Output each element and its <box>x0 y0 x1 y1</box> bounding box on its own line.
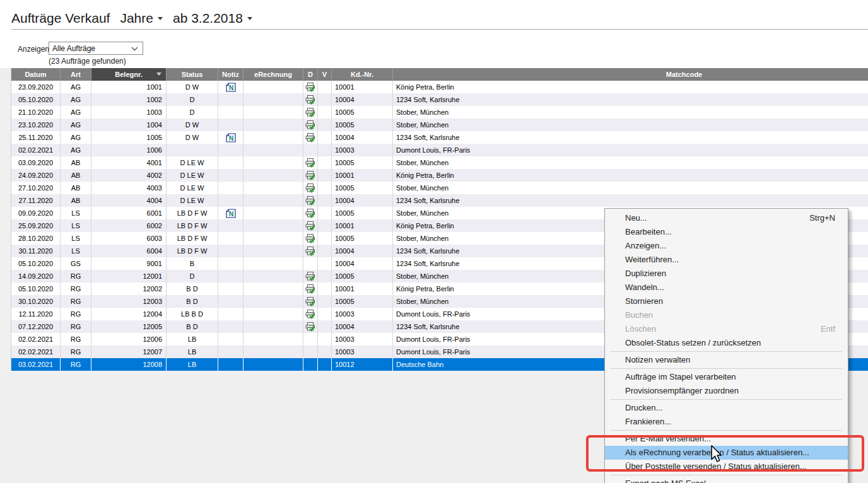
printer-check-icon <box>305 83 315 92</box>
context-menu-item[interactable]: Bearbeiten... <box>605 225 848 239</box>
printer-check-icon <box>305 183 315 193</box>
table-row[interactable]: 27.10.2020 AB 4003 D LE W 10005 Stober, … <box>0 182 868 194</box>
order-filter-select[interactable]: Alle Aufträge <box>49 42 143 55</box>
context-menu-item[interactable]: Weiterführen... <box>605 253 848 267</box>
context-menu-item[interactable]: Duplizieren <box>605 267 848 281</box>
column-header-status[interactable]: Status <box>167 68 218 81</box>
cell-erechnung <box>243 81 303 93</box>
column-header-matchcode[interactable]: Matchcode <box>393 68 868 81</box>
row-selector-gutter[interactable] <box>0 333 11 346</box>
context-menu-item[interactable]: Notizen verwalten <box>605 353 848 367</box>
column-header-kdnr[interactable]: Kd.-Nr. <box>332 68 393 81</box>
cell-art: AB <box>61 156 91 169</box>
cell-notiz: N <box>218 207 243 219</box>
row-selector-gutter[interactable] <box>0 320 11 333</box>
row-selector-gutter[interactable] <box>0 295 11 308</box>
context-menu-item[interactable]: Aufträge im Stapel verarbeiten <box>605 370 848 384</box>
row-selector-gutter[interactable] <box>0 144 11 156</box>
row-selector-gutter[interactable] <box>0 207 11 219</box>
row-selector-gutter[interactable] <box>0 81 11 93</box>
table-row[interactable]: 27.11.2020 AB 4004 D LE W 10004 1234 Sof… <box>0 194 868 207</box>
table-row[interactable]: 02.02.2021 AG 1006 10003 Dumont Louis, F… <box>0 144 868 156</box>
cell-datum: 23.09.2020 <box>11 81 61 93</box>
table-row[interactable]: 23.09.2020 AG 1001 D W N 10001 König Pet… <box>0 81 868 93</box>
context-menu-item[interactable]: Anzeigen... <box>605 239 848 253</box>
cell-erechnung <box>243 270 303 282</box>
cell-belegnr: 12005 <box>91 320 167 333</box>
table-row[interactable]: 03.09.2020 AB 4001 D LE W 10005 Stober, … <box>0 156 868 169</box>
row-selector-gutter[interactable] <box>0 119 11 131</box>
table-row[interactable]: 24.09.2020 AB 4002 D LE W 10001 König Pe… <box>0 169 868 182</box>
printer-check-icon <box>305 209 315 218</box>
row-selector-gutter[interactable] <box>0 232 11 245</box>
menu-item-label: Anzeigen... <box>625 239 666 253</box>
cell-erechnung <box>243 106 303 119</box>
row-selector-gutter[interactable] <box>0 106 11 119</box>
cell-art: RG <box>61 333 91 346</box>
row-selector-gutter[interactable] <box>0 93 11 106</box>
context-menu-item[interactable]: Frankieren... <box>605 415 848 429</box>
context-menu-item[interactable]: Stornieren <box>605 294 848 308</box>
cell-gedruckt <box>303 295 318 308</box>
table-row[interactable]: 05.10.2020 AG 1002 D 10004 1234 Soft, Ka… <box>0 93 868 106</box>
cell-status: LB D F W <box>167 219 218 232</box>
cell-notiz <box>218 358 243 371</box>
row-selector-gutter[interactable] <box>0 169 11 182</box>
context-menu-item[interactable]: Drucken... <box>605 401 848 415</box>
chevron-down-icon[interactable] <box>158 17 163 20</box>
cell-matchcode: König Petra, Berlin <box>393 169 868 182</box>
row-selector-gutter[interactable] <box>0 194 11 207</box>
menu-separator <box>611 399 842 400</box>
date-filter-dropdown[interactable]: ab 3.2.2018 <box>173 11 243 26</box>
column-header-notiz[interactable]: Notiz <box>218 68 243 81</box>
year-filter-dropdown[interactable]: Jahre <box>120 11 153 26</box>
cell-kdnr: 10005 <box>332 207 393 219</box>
row-selector-gutter[interactable] <box>0 308 11 320</box>
row-selector-gutter[interactable] <box>0 131 11 144</box>
table-row[interactable]: 23.10.2020 AG 1004 D W 10005 Stober, Mün… <box>0 119 868 131</box>
cell-erechnung <box>243 131 303 144</box>
context-menu-item[interactable]: Löschen Entf <box>605 322 848 336</box>
cell-matchcode: König Petra, Berlin <box>393 81 868 93</box>
column-header-belegnr[interactable]: Belegnr. <box>91 68 167 81</box>
context-menu-item[interactable]: Provisionsempfänger zuordnen <box>605 384 848 398</box>
row-selector-gutter[interactable] <box>0 182 11 194</box>
menu-item-label: Provisionsempfänger zuordnen <box>625 384 739 398</box>
table-row[interactable]: 21.10.2020 AG 1003 D 10005 Stober, Münch… <box>0 106 868 119</box>
cell-versendet <box>318 169 332 182</box>
table-row[interactable]: 25.11.2020 AG 1005 D W N 10004 1234 Soft… <box>0 131 868 144</box>
cell-gedruckt <box>303 182 318 194</box>
cell-gedruckt <box>303 232 318 245</box>
cell-gedruckt <box>303 219 318 232</box>
row-selector-gutter[interactable] <box>0 282 11 295</box>
row-selector-gutter[interactable] <box>0 270 11 282</box>
row-selector-gutter[interactable] <box>0 257 11 270</box>
column-header-erechnung[interactable]: eRechnung <box>243 68 303 81</box>
context-menu-item[interactable]: Buchen <box>605 308 848 322</box>
cell-erechnung <box>243 282 303 295</box>
cell-art: AG <box>61 131 91 144</box>
cell-gedruckt <box>303 308 318 320</box>
note-icon: N <box>226 209 236 218</box>
row-selector-gutter[interactable] <box>0 245 11 257</box>
cell-belegnr: 12001 <box>91 270 167 282</box>
row-selector-gutter[interactable] <box>0 346 11 358</box>
chevron-down-icon[interactable] <box>247 17 252 20</box>
context-menu-item[interactable]: Wandeln... <box>605 281 848 294</box>
column-header-d[interactable]: D <box>303 68 318 81</box>
column-header-art[interactable]: Art <box>61 68 91 81</box>
cell-notiz <box>218 93 243 106</box>
cell-status: D LE W <box>167 169 218 182</box>
row-selector-gutter[interactable] <box>0 156 11 169</box>
context-menu-item[interactable]: Obsolet-Status setzen / zurücksetzen <box>605 336 848 350</box>
column-header-v[interactable]: V <box>318 68 332 81</box>
cell-erechnung <box>243 219 303 232</box>
column-header-datum[interactable]: Datum <box>11 68 61 81</box>
row-selector-gutter[interactable] <box>0 358 11 371</box>
context-menu-item[interactable]: Neu... Strg+N <box>605 211 848 225</box>
cell-gedruckt <box>303 144 318 156</box>
cell-kdnr: 10005 <box>332 156 393 169</box>
context-menu-item[interactable]: Export nach MS Excel <box>605 477 848 483</box>
cell-belegnr: 6003 <box>91 232 167 245</box>
row-selector-gutter[interactable] <box>0 219 11 232</box>
